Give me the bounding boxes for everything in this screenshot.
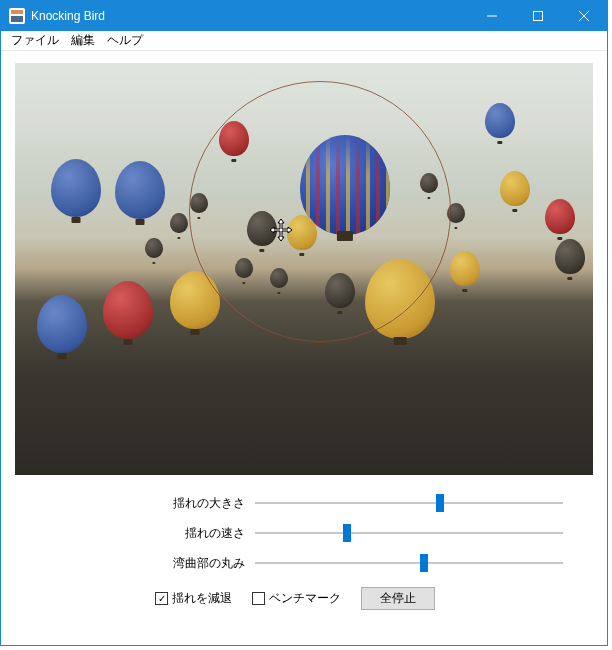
- slider-label: 湾曲部の丸み: [155, 555, 245, 572]
- checkbox-label: ベンチマーク: [269, 590, 341, 607]
- balloons-photo: [15, 63, 593, 475]
- svg-rect-1: [534, 12, 543, 21]
- balloon-icon: [270, 268, 288, 288]
- shake-speed-slider[interactable]: [255, 523, 563, 543]
- balloon-icon: [300, 135, 390, 235]
- menu-help[interactable]: ヘルプ: [101, 30, 149, 51]
- bend-roundness-slider[interactable]: [255, 553, 563, 573]
- stop-all-button[interactable]: 全停止: [361, 587, 435, 610]
- image-canvas[interactable]: [15, 63, 593, 475]
- shake-size-slider[interactable]: [255, 493, 563, 513]
- checkbox-box: ✓: [155, 592, 168, 605]
- balloon-icon: [325, 273, 355, 308]
- balloon-icon: [219, 121, 249, 156]
- controls-panel: 揺れの大きさ 揺れの速さ 湾曲部の丸み: [15, 493, 593, 610]
- balloon-icon: [170, 271, 220, 329]
- bottom-controls-row: ✓ 揺れを減退 ベンチマーク 全停止: [155, 587, 563, 610]
- balloon-icon: [500, 171, 530, 206]
- content-area: 揺れの大きさ 揺れの速さ 湾曲部の丸み: [1, 51, 607, 645]
- slider-row-shake-speed: 揺れの速さ: [155, 523, 563, 543]
- slider-row-bend-roundness: 湾曲部の丸み: [155, 553, 563, 573]
- slider-thumb: [343, 524, 351, 542]
- window-controls: [469, 1, 607, 31]
- balloon-icon: [485, 103, 515, 138]
- app-icon: [9, 8, 25, 24]
- menu-file[interactable]: ファイル: [5, 30, 65, 51]
- slider-thumb: [420, 554, 428, 572]
- balloon-icon: [170, 213, 188, 233]
- app-window: Knocking Bird ファイル 編集 ヘルプ: [0, 0, 608, 646]
- checkbox-box: [252, 592, 265, 605]
- reduce-shake-checkbox[interactable]: ✓ 揺れを減退: [155, 590, 232, 607]
- balloon-icon: [235, 258, 253, 278]
- slider-label: 揺れの大きさ: [155, 495, 245, 512]
- balloon-icon: [450, 251, 480, 286]
- menu-edit[interactable]: 編集: [65, 30, 101, 51]
- slider-track: [255, 502, 563, 504]
- balloon-icon: [545, 199, 575, 234]
- minimize-button[interactable]: [469, 1, 515, 31]
- balloon-icon: [51, 159, 101, 217]
- balloon-icon: [247, 211, 277, 246]
- window-title: Knocking Bird: [31, 9, 469, 23]
- titlebar: Knocking Bird: [1, 1, 607, 31]
- balloon-icon: [420, 173, 438, 193]
- checkbox-label: 揺れを減退: [172, 590, 232, 607]
- balloon-icon: [115, 161, 165, 219]
- slider-thumb: [436, 494, 444, 512]
- menubar: ファイル 編集 ヘルプ: [1, 31, 607, 51]
- close-button[interactable]: [561, 1, 607, 31]
- balloon-icon: [555, 239, 585, 274]
- slider-label: 揺れの速さ: [155, 525, 245, 542]
- maximize-button[interactable]: [515, 1, 561, 31]
- benchmark-checkbox[interactable]: ベンチマーク: [252, 590, 341, 607]
- balloon-icon: [145, 238, 163, 258]
- balloon-icon: [190, 193, 208, 213]
- balloon-icon: [37, 295, 87, 353]
- balloon-icon: [103, 281, 153, 339]
- balloon-icon: [365, 259, 435, 339]
- balloon-icon: [287, 215, 317, 250]
- slider-track: [255, 532, 563, 534]
- slider-row-shake-size: 揺れの大きさ: [155, 493, 563, 513]
- balloon-icon: [447, 203, 465, 223]
- slider-track: [255, 562, 563, 564]
